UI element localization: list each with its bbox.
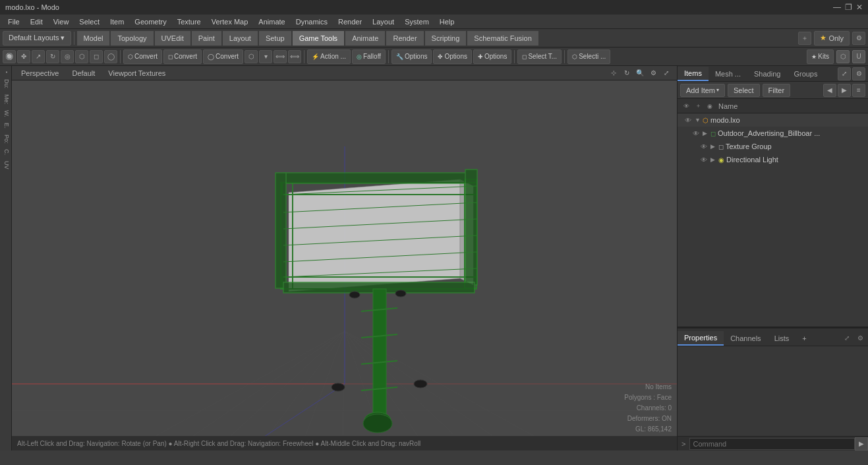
vp-tab-perspective[interactable]: Perspective <box>17 68 63 78</box>
menu-texture[interactable]: Texture <box>172 16 206 27</box>
tool-icon-2[interactable]: ✤ <box>17 50 30 63</box>
items-tb-icon-1[interactable]: ◀ <box>823 84 836 97</box>
left-tab-du[interactable]: Du: <box>1 77 11 91</box>
tree-item-modo-lxo[interactable]: 👁 ▼ ⬡ modo.lxo <box>678 113 868 127</box>
tab-setup[interactable]: Setup <box>259 31 291 46</box>
eye-modo-lxo[interactable]: 👁 <box>683 115 693 125</box>
tree-item-texture-group[interactable]: 👁 ▶ ◻ Texture Group <box>678 140 868 153</box>
mode-icon[interactable]: ⬡ <box>245 50 258 63</box>
expand-modo-lxo[interactable]: ▼ <box>695 117 703 123</box>
eye-texture-group[interactable]: 👁 <box>699 141 709 152</box>
unreal-icon[interactable]: U <box>852 50 865 63</box>
maximize-btn[interactable]: ❐ <box>845 3 852 12</box>
options-btn-3[interactable]: ✚ Options <box>473 49 511 64</box>
convert-btn-2[interactable]: ◻ Convert <box>163 49 202 64</box>
sym-icon-2[interactable]: ⟺ <box>288 50 301 63</box>
tool-icon-6[interactable]: ⬡ <box>75 50 88 63</box>
command-execute-btn[interactable]: ▶ <box>855 437 868 450</box>
vp-tab-default[interactable]: Default <box>68 68 99 78</box>
tab-channels[interactable]: Channels <box>724 332 767 345</box>
left-tab-1[interactable]: • <box>1 69 11 76</box>
select-t-btn[interactable]: ◻ Select T... <box>517 49 562 64</box>
items-tb-icon-2[interactable]: ▶ <box>838 84 851 97</box>
command-input[interactable] <box>689 438 855 450</box>
options-btn-1[interactable]: 🔧 Options <box>391 49 432 64</box>
tab-paint[interactable]: Paint <box>192 31 221 46</box>
mode-icon-2[interactable]: ▾ <box>259 50 272 63</box>
expand-billboard[interactable]: ▶ <box>703 130 710 137</box>
convert-btn-3[interactable]: ◯ Convert <box>203 49 243 64</box>
left-tab-e[interactable]: E. <box>1 120 11 131</box>
tool-icon-7[interactable]: ◻ <box>90 50 103 63</box>
tab-render[interactable]: Render <box>386 31 423 46</box>
eye-billboard[interactable]: 👁 <box>691 128 701 139</box>
menu-file[interactable]: File <box>3 16 25 27</box>
tab-groups[interactable]: Groups <box>787 67 824 80</box>
vp-icon-expand[interactable]: ⤢ <box>661 68 672 78</box>
eye-directional-light[interactable]: 👁 <box>699 154 709 165</box>
vp-icon-zoom[interactable]: 🔍 <box>635 68 645 78</box>
left-tab-uv[interactable]: UV <box>1 158 11 172</box>
vp-icon-nav[interactable]: ⊹ <box>608 68 619 78</box>
tab-model[interactable]: Model <box>77 31 110 46</box>
only-btn[interactable]: ★ Only <box>814 31 850 46</box>
panel-settings-icon[interactable]: ⚙ <box>852 67 865 80</box>
props-settings-icon[interactable]: ⚙ <box>855 333 865 344</box>
left-tab-w[interactable]: W. <box>1 108 11 120</box>
tab-add-props[interactable]: + <box>796 332 813 345</box>
close-btn[interactable]: ✕ <box>856 3 863 12</box>
falloff-btn[interactable]: ◎ Falloff <box>352 49 386 64</box>
tool-icon-8[interactable]: ◯ <box>104 50 117 63</box>
menu-layout[interactable]: Layout <box>367 16 399 27</box>
selecti-btn[interactable]: ⬡ Selecti ... <box>567 49 610 64</box>
tab-items[interactable]: Items <box>678 67 709 81</box>
vp-tab-textures[interactable]: Viewport Textures <box>104 68 169 78</box>
unity-icon[interactable]: ⬡ <box>836 50 850 63</box>
default-layouts-btn[interactable]: Default Layouts ▾ <box>3 31 71 46</box>
tab-shading[interactable]: Shading <box>747 67 787 80</box>
menu-help[interactable]: Help <box>434 16 460 27</box>
item-tree[interactable]: 👁 ▼ ⬡ modo.lxo 👁 ▶ ◻ Outdoor_Advertising… <box>678 113 868 326</box>
action-btn[interactable]: ⚡ Action ... <box>307 49 351 64</box>
sym-icon[interactable]: ⟺ <box>274 50 287 63</box>
tab-uvedit[interactable]: UVEdit <box>155 31 190 46</box>
tab-animate[interactable]: Animate <box>345 31 385 46</box>
menu-edit[interactable]: Edit <box>25 16 48 27</box>
convert-btn-1[interactable]: ⬡ Convert <box>123 49 162 64</box>
expand-texture-group[interactable]: ▶ <box>710 143 718 150</box>
options-btn-2[interactable]: ✤ Options <box>433 49 471 64</box>
tool-icon-4[interactable]: ↻ <box>46 50 59 63</box>
tab-game-tools[interactable]: Game Tools <box>293 31 345 46</box>
menu-dynamics[interactable]: Dynamics <box>291 16 333 27</box>
viewport[interactable]: Perspective Default Viewport Textures ⊹ … <box>12 66 677 450</box>
menu-item[interactable]: Item <box>105 16 129 27</box>
tab-lists[interactable]: Lists <box>768 332 796 345</box>
left-tab-c[interactable]: C. <box>1 146 11 158</box>
panel-expand-icon[interactable]: ⤢ <box>838 67 851 80</box>
vp-icon-settings[interactable]: ⚙ <box>648 68 658 78</box>
tree-item-directional-light[interactable]: 👁 ▶ ◉ Directional Light <box>678 153 868 166</box>
menu-vertex-map[interactable]: Vertex Map <box>206 16 254 27</box>
select-btn[interactable]: Select <box>728 84 760 97</box>
tab-layout[interactable]: Layout <box>223 31 258 46</box>
menu-view[interactable]: View <box>48 16 74 27</box>
tab-mesh[interactable]: Mesh ... <box>709 67 747 80</box>
tab-scripting[interactable]: Scripting <box>425 31 467 46</box>
filter-btn[interactable]: Filter <box>763 84 790 97</box>
menu-render[interactable]: Render <box>333 16 367 27</box>
minimize-btn[interactable]: — <box>833 3 841 12</box>
tool-icon-1[interactable]: 🔘 <box>3 50 16 63</box>
vp-icon-rotate[interactable]: ↻ <box>622 68 632 78</box>
settings-btn[interactable]: ⚙ <box>852 32 865 45</box>
add-item-btn[interactable]: Add Item ▾ <box>680 84 725 97</box>
expand-directional-light[interactable]: ▶ <box>710 156 718 163</box>
tool-icon-5[interactable]: ◎ <box>61 50 74 63</box>
tab-properties[interactable]: Properties <box>678 331 724 346</box>
tree-item-billboard[interactable]: 👁 ▶ ◻ Outdoor_Advertising_Billboar ... <box>678 127 868 140</box>
menu-system[interactable]: System <box>399 16 434 27</box>
tool-icon-3[interactable]: ↗ <box>32 50 45 63</box>
tab-schematic-fusion[interactable]: Schematic Fusion <box>467 31 538 46</box>
props-expand-icon[interactable]: ⤢ <box>842 333 852 344</box>
left-tab-me[interactable]: Me: <box>1 92 11 107</box>
kits-btn[interactable]: ★ Kits <box>807 49 834 64</box>
